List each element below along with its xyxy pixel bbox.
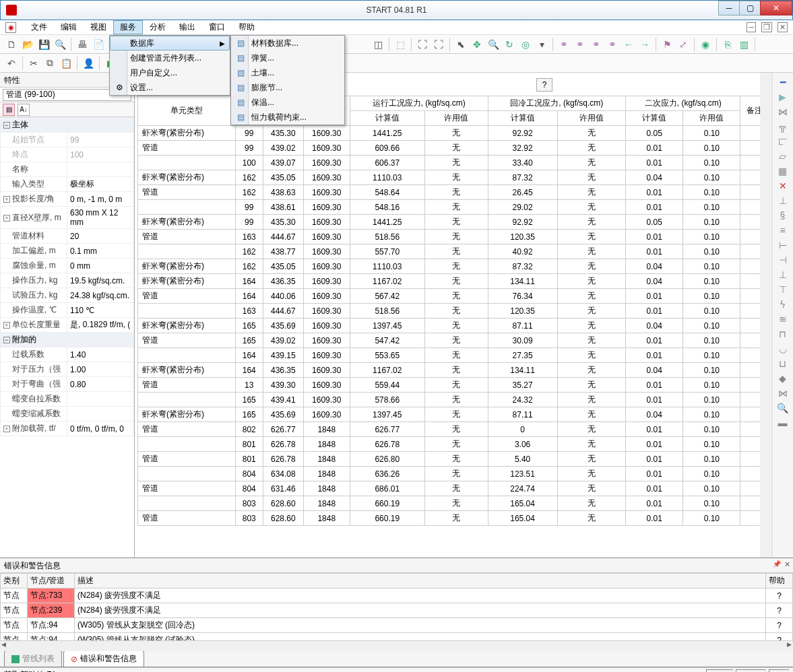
mdi-minimize-icon[interactable]: ─: [747, 22, 756, 32]
prop-value[interactable]: 110 ℃: [67, 303, 134, 318]
table-row[interactable]: 165439.411609.30578.66无24.32无0.010.10: [138, 393, 769, 407]
menu-帮助[interactable]: 帮助: [232, 20, 261, 34]
back-icon[interactable]: ←: [621, 37, 636, 52]
vertical-scrollbar[interactable]: [760, 73, 771, 558]
table-row[interactable]: 804634.081848636.26无123.51无0.010.10: [138, 467, 769, 481]
table-row[interactable]: 虾米弯(紧密分布)162435.051609.301110.03无87.32无0…: [138, 170, 769, 185]
prop-value[interactable]: 1.00: [67, 362, 134, 377]
prop-value[interactable]: [67, 407, 134, 422]
rotate-icon[interactable]: ↻: [502, 37, 517, 52]
table-row[interactable]: 管道801626.781848626.80无5.40无0.010.10: [138, 452, 769, 467]
col-subheader[interactable]: 计算值: [350, 111, 424, 126]
link1-icon[interactable]: ⚭: [557, 37, 571, 52]
col-subheader[interactable]: 许用值: [683, 111, 740, 126]
db-item-2[interactable]: ▤土壤...: [231, 65, 344, 80]
print-icon[interactable]: 🖶: [75, 37, 90, 52]
maximize-button[interactable]: ▢: [739, 1, 761, 15]
side-guide2-icon[interactable]: ⊣: [775, 253, 790, 267]
marker-icon[interactable]: ◉: [698, 37, 713, 52]
col-subheader[interactable]: 计算值: [626, 111, 683, 126]
property-grid[interactable]: −主体起始节点99终点100名称输入类型极坐标+投影长度/角0 m, -1 m,…: [0, 117, 134, 558]
db-item-1[interactable]: ▤弹簧...: [231, 51, 344, 65]
prop-value[interactable]: [67, 392, 134, 407]
zoom-icon[interactable]: 🔍: [486, 37, 501, 52]
err-col-header[interactable]: 帮助: [766, 574, 793, 589]
orbit-icon[interactable]: ◎: [518, 37, 533, 52]
side-reducer-icon[interactable]: ▱: [775, 149, 790, 163]
services-item-3[interactable]: ⚙设置...: [110, 80, 230, 95]
table-row[interactable]: 虾米弯(紧密分布)162435.051609.301110.03无87.32无0…: [138, 259, 769, 274]
tab-errors[interactable]: ⊘错误和警告信息: [63, 650, 144, 667]
table-row[interactable]: 164439.151609.30553.65无27.35无0.010.10: [138, 348, 769, 363]
mdi-close-icon[interactable]: ✕: [778, 22, 788, 32]
flag-icon[interactable]: ⚑: [660, 37, 674, 52]
menu-输出[interactable]: 输出: [172, 20, 202, 34]
prop-value[interactable]: 0.1 mm: [67, 244, 134, 259]
col-subheader[interactable]: 许用值: [557, 111, 625, 126]
prop-value[interactable]: 20: [67, 229, 134, 244]
errors-pin-icon[interactable]: 📌: [773, 560, 781, 568]
side-zoom-icon[interactable]: 🔍: [775, 401, 790, 415]
prop-value[interactable]: 极坐标: [67, 177, 134, 192]
prop-group[interactable]: −附加的: [1, 333, 134, 347]
sort-category-icon[interactable]: ▤: [3, 104, 15, 116]
table-row[interactable]: 管道162438.631609.30548.64无26.45无0.010.10: [138, 185, 769, 200]
errors-close-icon[interactable]: ✕: [784, 560, 790, 569]
side-anchor-icon[interactable]: ⊥: [775, 194, 790, 207]
prop-value[interactable]: 100: [67, 147, 134, 162]
side-guide1-icon[interactable]: ⊢: [775, 238, 790, 252]
db-item-5[interactable]: ▤恒力载荷约束...: [231, 110, 344, 125]
services-item-2[interactable]: 用户自定义...: [110, 65, 230, 80]
menu-分析[interactable]: 分析: [143, 20, 172, 34]
prop-value[interactable]: [67, 162, 134, 177]
preview-icon[interactable]: 🔍: [53, 37, 67, 52]
side-spring-icon[interactable]: §: [775, 209, 790, 222]
table-row[interactable]: 管道165439.021609.30547.42无30.09无0.010.10: [138, 333, 769, 348]
paste-icon[interactable]: 📋: [59, 56, 73, 71]
table-row[interactable]: 100439.071609.30606.37无33.40无0.010.10: [138, 156, 769, 170]
menu-文件[interactable]: 文件: [24, 20, 54, 34]
errors-table[interactable]: 类别节点/管道描述帮助 节点节点:733(N284) 疲劳强度不满足?节点节点:…: [0, 573, 793, 640]
prop-value[interactable]: 1.40: [67, 347, 134, 362]
err-col-header[interactable]: 类别: [1, 574, 28, 589]
table-row[interactable]: 803628.601848660.19无165.04无0.010.10: [138, 496, 769, 511]
table-row[interactable]: 163444.671609.30518.56无120.35无0.010.10: [138, 304, 769, 318]
db-item-0[interactable]: ▤材料数据库...: [231, 36, 344, 51]
prop-group[interactable]: −主体: [1, 118, 134, 133]
zoom-extents-icon[interactable]: ⛶: [431, 37, 446, 52]
error-help-button[interactable]: ?: [766, 633, 793, 641]
sort-alpha-icon[interactable]: A↓: [18, 104, 30, 116]
side-hanger-icon[interactable]: ⊓: [775, 327, 790, 341]
table-row[interactable]: 管道804631.461848686.01无224.74无0.010.10: [138, 481, 769, 496]
tool-cube-icon[interactable]: ⬚: [393, 37, 408, 52]
error-row[interactable]: 节点节点:239(N284) 疲劳强度不满足?: [1, 603, 793, 618]
selector-icon[interactable]: ⬉: [453, 37, 468, 52]
prop-value[interactable]: 0 tf/m, 0 tf/m, 0: [67, 422, 134, 436]
services-item-1[interactable]: 创建管道元件列表...: [110, 51, 230, 65]
side-spring2-icon[interactable]: ϟ: [775, 298, 790, 311]
copy-icon[interactable]: ⧉: [42, 56, 57, 71]
table-row[interactable]: 管道164440.061609.30567.42无76.34无0.010.10: [138, 289, 769, 304]
find-icon[interactable]: 👤: [81, 56, 96, 71]
err-col-header[interactable]: 节点/管道: [28, 574, 75, 589]
side-joint-icon[interactable]: ⋈: [775, 387, 790, 400]
prop-value[interactable]: 是, 0.1829 tf/m, (: [67, 318, 134, 333]
services-item-0[interactable]: 数据库▶: [110, 36, 230, 51]
undo-icon[interactable]: ↶: [4, 56, 19, 71]
prop-value[interactable]: 0.80: [67, 377, 134, 392]
table-row[interactable]: 虾米弯(紧密分布)165435.691609.301397.45无87.11无0…: [138, 318, 769, 333]
table-row[interactable]: 801626.781848626.78无3.06无0.010.10: [138, 437, 769, 452]
side-x-icon[interactable]: ✕: [775, 179, 790, 193]
col-header[interactable]: 单元类型: [138, 96, 236, 126]
table-row[interactable]: 虾米弯(紧密分布)164436.351609.301167.02无134.11无…: [138, 274, 769, 289]
table-row[interactable]: 99438.611609.30548.16无29.02无0.010.10: [138, 200, 769, 215]
tool-b-icon[interactable]: ◫: [371, 37, 385, 52]
menu-窗口[interactable]: 窗口: [202, 20, 232, 34]
table-row[interactable]: 虾米弯(紧密分布)99435.301609.301441.25无92.92无0.…: [138, 126, 769, 141]
new-icon[interactable]: 🗋: [4, 37, 19, 52]
help-button[interactable]: ?: [536, 78, 552, 92]
col-subheader[interactable]: 计算值: [488, 111, 557, 126]
error-row[interactable]: 节点节点:733(N284) 疲劳强度不满足?: [1, 589, 793, 603]
err-col-header[interactable]: 描述: [75, 574, 766, 589]
link3-icon[interactable]: ⚭: [589, 37, 604, 52]
